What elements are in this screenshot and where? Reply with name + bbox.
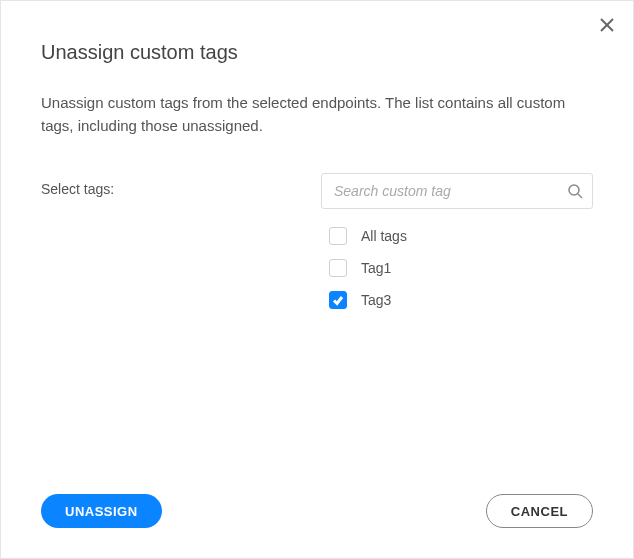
tag-list: All tags Tag1 Tag3 <box>321 227 593 309</box>
close-icon <box>599 17 615 33</box>
checkbox-unchecked[interactable] <box>329 227 347 245</box>
cancel-button[interactable]: CANCEL <box>486 494 593 528</box>
search-input[interactable] <box>321 173 593 209</box>
checkbox-unchecked[interactable] <box>329 259 347 277</box>
unassign-button[interactable]: UNASSIGN <box>41 494 162 528</box>
content-row: Select tags: All tags Tag1 <box>41 173 593 309</box>
tag-item-tag1[interactable]: Tag1 <box>329 259 593 277</box>
tag-item-tag3[interactable]: Tag3 <box>329 291 593 309</box>
unassign-tags-dialog: Unassign custom tags Unassign custom tag… <box>0 0 634 559</box>
close-button[interactable] <box>597 15 617 35</box>
checkbox-checked[interactable] <box>329 291 347 309</box>
svg-line-3 <box>578 194 582 198</box>
search-box <box>321 173 593 209</box>
tag-item-all-tags[interactable]: All tags <box>329 227 593 245</box>
checkmark-icon <box>332 294 344 306</box>
tag-label: Tag3 <box>361 292 391 308</box>
dialog-title: Unassign custom tags <box>41 41 593 64</box>
search-icon <box>567 183 583 199</box>
select-tags-label: Select tags: <box>41 173 321 197</box>
svg-point-2 <box>569 185 579 195</box>
dialog-description: Unassign custom tags from the selected e… <box>41 92 593 137</box>
tag-label: All tags <box>361 228 407 244</box>
dialog-footer: UNASSIGN CANCEL <box>41 494 593 528</box>
tags-column: All tags Tag1 Tag3 <box>321 173 593 309</box>
tag-label: Tag1 <box>361 260 391 276</box>
